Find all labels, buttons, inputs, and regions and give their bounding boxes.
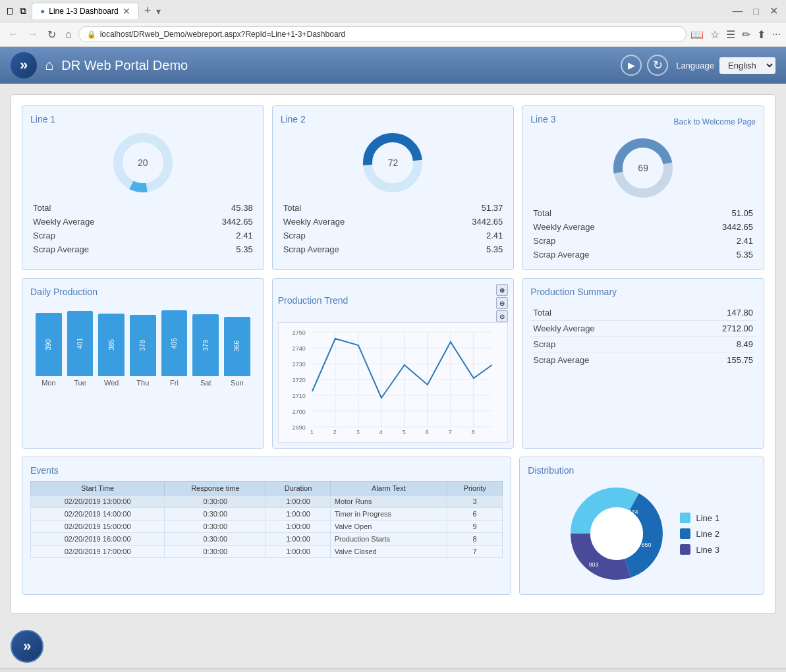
line3-scrap-row: Scrap 2.41 bbox=[530, 234, 756, 248]
col-duration: Duration bbox=[266, 482, 330, 495]
table-row: 02/20/2019 13:00:00 0:30:00 1:00:00 Moto… bbox=[31, 495, 503, 508]
favorites-icon[interactable]: ☆ bbox=[710, 28, 719, 41]
line1-total-value: 45.38 bbox=[231, 203, 253, 213]
cell-response-time: 0:30:00 bbox=[165, 533, 266, 546]
notes-icon[interactable]: ✏ bbox=[742, 28, 750, 41]
line1-donut-container: 20 bbox=[30, 130, 256, 196]
share-icon[interactable]: ⬆ bbox=[757, 28, 766, 41]
home-button[interactable]: ⌂ bbox=[63, 27, 74, 42]
more-icon[interactable]: ··· bbox=[772, 28, 781, 41]
bar-day-sun: Sun bbox=[231, 379, 244, 387]
summary-row: Scrap 8.49 bbox=[530, 337, 756, 352]
cell-alarm-text: Valve Closed bbox=[330, 546, 447, 558]
line3-donut-container: 69 bbox=[530, 135, 756, 201]
line1-scrap-avg-row: Scrap Average 5.35 bbox=[30, 242, 256, 256]
tab-close-button[interactable]: ✕ bbox=[123, 6, 130, 16]
col-alarm-text: Alarm Text bbox=[330, 482, 447, 495]
play-button[interactable]: ▶ bbox=[621, 55, 642, 76]
home-icon[interactable]: ⌂ bbox=[45, 57, 53, 74]
summary-row: Total 147.80 bbox=[530, 305, 756, 321]
security-icon: 🔒 bbox=[87, 30, 96, 39]
bar-group-tue: 401 Tue bbox=[67, 311, 94, 387]
cell-duration: 1:00:00 bbox=[266, 520, 330, 533]
svg-text:4: 4 bbox=[379, 429, 382, 435]
tab-dropdown-icon[interactable]: ▾ bbox=[156, 6, 161, 16]
bar-tue: 401 bbox=[67, 311, 94, 376]
bar-wed: 385 bbox=[98, 314, 125, 376]
close-button[interactable]: ✕ bbox=[767, 5, 781, 17]
summary-row-value: 2712.00 bbox=[722, 323, 753, 333]
line3-weekly-value: 3442.65 bbox=[722, 222, 753, 232]
cell-start-time: 02/20/2019 14:00:00 bbox=[31, 508, 165, 520]
table-row: 02/20/2019 17:00:00 0:30:00 1:00:00 Valv… bbox=[31, 546, 503, 558]
minimize-button[interactable]: — bbox=[730, 5, 746, 17]
browser-tab[interactable]: ● Line 1-3 Dashboard ✕ bbox=[32, 3, 139, 19]
line2-total-value: 51.37 bbox=[482, 203, 503, 213]
legend-item: Line 3 bbox=[680, 544, 719, 555]
logo-icon: » bbox=[20, 57, 28, 74]
zoom-reset-button[interactable]: ⊙ bbox=[496, 310, 508, 322]
reload-button[interactable]: ↻ bbox=[45, 27, 59, 42]
line3-scrap-avg-value: 5.35 bbox=[737, 250, 753, 260]
bar-day-tue: Tue bbox=[74, 379, 86, 387]
app-title: DR Web Portal Demo bbox=[61, 58, 613, 73]
language-label: Language bbox=[676, 61, 714, 70]
distribution-donut-chart: 374 650 903 bbox=[564, 481, 669, 586]
line1-donut: 20 bbox=[110, 130, 176, 196]
line3-donut: 69 bbox=[610, 135, 676, 201]
summary-row: Scrap Average 155.75 bbox=[530, 352, 756, 368]
new-tab-button[interactable]: + bbox=[144, 4, 152, 18]
hub-icon[interactable]: ☰ bbox=[726, 28, 735, 41]
line3-stats: Total 51.05 Weekly Average 3442.65 Scrap… bbox=[530, 206, 756, 262]
events-tbody: 02/20/2019 13:00:00 0:30:00 1:00:00 Moto… bbox=[31, 495, 503, 558]
bar-group-mon: 390 Mon bbox=[36, 313, 62, 387]
line3-donut-value: 69 bbox=[638, 163, 648, 173]
address-bar[interactable]: 🔒 localhost/DRweb_Demo/webreport.aspx?Re… bbox=[78, 26, 687, 42]
legend-label: Line 1 bbox=[696, 513, 719, 523]
back-to-welcome-link[interactable]: Back to Welcome Page bbox=[673, 117, 756, 126]
svg-text:2740: 2740 bbox=[292, 345, 305, 352]
legend-item: Line 1 bbox=[680, 513, 719, 523]
cell-priority: 7 bbox=[447, 546, 503, 558]
cell-start-time: 02/20/2019 15:00:00 bbox=[31, 520, 165, 533]
line3-title: Line 3 bbox=[530, 114, 555, 125]
horizontal-scrollbar[interactable] bbox=[0, 668, 786, 672]
bars-area: 390 Mon 401 Tue 385 Wed 378 Thu 405 Fri bbox=[30, 308, 256, 387]
line3-weekly-label: Weekly Average bbox=[533, 222, 594, 232]
reading-view-icon[interactable]: 📖 bbox=[690, 28, 704, 41]
bar-group-fri: 405 Fri bbox=[161, 310, 188, 387]
line1-total-label: Total bbox=[33, 203, 51, 213]
forward-button[interactable]: → bbox=[25, 27, 41, 42]
production-summary-panel: Production Summary Total 147.80 Weekly A… bbox=[522, 278, 764, 449]
cell-start-time: 02/20/2019 16:00:00 bbox=[31, 533, 165, 546]
language-select[interactable]: English German French Spanish bbox=[719, 57, 775, 74]
summary-row-value: 8.49 bbox=[737, 339, 753, 349]
line3-scrap-avg-row: Scrap Average 5.35 bbox=[530, 248, 756, 262]
summary-row: Weekly Average 2712.00 bbox=[530, 321, 756, 337]
summary-row-label: Scrap Average bbox=[533, 355, 589, 365]
trend-header: Production Trend ⊕ ⊖ ⊙ bbox=[278, 284, 509, 322]
events-panel: Events Start Time Response time Duration… bbox=[22, 457, 511, 595]
app-logo: » bbox=[11, 52, 37, 78]
language-section: Language English German French Spanish bbox=[676, 57, 775, 74]
zoom-out-button[interactable]: ⊖ bbox=[496, 297, 508, 309]
back-button[interactable]: ← bbox=[5, 27, 21, 42]
cell-start-time: 02/20/2019 17:00:00 bbox=[31, 546, 165, 558]
line3-total-row: Total 51.05 bbox=[530, 206, 756, 220]
maximize-button[interactable]: □ bbox=[751, 6, 762, 16]
line3-panel: Line 3 Back to Welcome Page 69 Total bbox=[522, 105, 764, 270]
browser-nav-icons: 📖 ☆ ☰ ✏ ⬆ ··· bbox=[690, 28, 781, 41]
cell-response-time: 0:30:00 bbox=[165, 495, 266, 508]
line1-panel: Line 1 20 Total 45.38 bbox=[22, 105, 264, 270]
bar-sun: 366 bbox=[224, 317, 250, 376]
url-text: localhost/DRweb_Demo/webreport.aspx?RepI… bbox=[100, 30, 346, 39]
zoom-in-button[interactable]: ⊕ bbox=[496, 284, 508, 296]
line1-weekly-value: 3442.65 bbox=[222, 217, 253, 227]
bar-group-sun: 366 Sun bbox=[224, 317, 250, 387]
cell-duration: 1:00:00 bbox=[266, 533, 330, 546]
zoom-controls: ⊕ ⊖ ⊙ bbox=[496, 284, 508, 322]
bar-sat: 379 bbox=[192, 314, 219, 376]
browser-tab-icon: 🗌 bbox=[5, 6, 14, 16]
refresh-button[interactable]: ↻ bbox=[647, 55, 668, 76]
cell-alarm-text: Production Starts bbox=[330, 533, 447, 546]
